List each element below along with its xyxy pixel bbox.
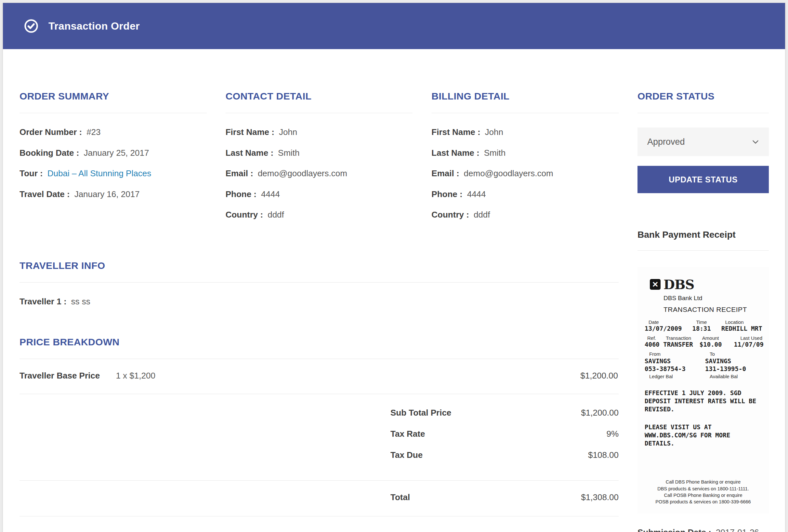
tax-due-row: Tax Due $108.00 bbox=[390, 450, 618, 460]
receipt-date-value: 13/07/2009 bbox=[645, 325, 682, 332]
bank-payment-receipt-heading: Bank Payment Receipt bbox=[637, 230, 769, 251]
billing-first-name-value: John bbox=[485, 127, 503, 137]
receipt-ledger-bal-label: Ledger Bal bbox=[645, 374, 703, 379]
price-breakdown-section: PRICE BREAKDOWN Traveller Base Price 1 x… bbox=[20, 337, 618, 516]
tax-rate-label: Tax Rate bbox=[390, 429, 425, 439]
receipt-date-label: Date bbox=[645, 319, 692, 325]
traveller-row: Traveller 1 :ss ss bbox=[20, 296, 618, 307]
update-status-button[interactable]: UPDATE STATUS bbox=[637, 166, 769, 193]
contact-last-name-row: Last Name :Smith bbox=[225, 147, 413, 158]
main-content: ORDER SUMMARY Order Number :#23 Booking … bbox=[20, 91, 618, 532]
receipt-location-label: Location bbox=[721, 319, 764, 325]
order-summary-heading: ORDER SUMMARY bbox=[20, 91, 207, 113]
contact-last-name-label: Last Name : bbox=[225, 148, 273, 158]
receipt-last-used-value: 11/07/09 bbox=[734, 341, 764, 348]
receipt-amount-label: Amount bbox=[700, 335, 733, 341]
order-number-label: Order Number : bbox=[20, 127, 82, 137]
billing-first-name-row: First Name :John bbox=[431, 127, 618, 138]
order-number-row: Order Number :#23 bbox=[20, 127, 207, 138]
receipt-to-label: To bbox=[705, 351, 764, 357]
contact-email-row: Email :demo@goodlayers.com bbox=[225, 168, 413, 179]
receipt-time-value: 18:31 bbox=[692, 325, 711, 332]
receipt-footer-line-4: POSB products & services on 1800-339-666… bbox=[643, 498, 764, 505]
tour-link[interactable]: Dubai – All Stunning Places bbox=[47, 169, 151, 178]
contact-country-row: Country :dddf bbox=[225, 210, 413, 220]
total-row: Total $1,308.00 bbox=[20, 480, 618, 516]
contact-country-value: dddf bbox=[268, 210, 284, 219]
traveller-info-section: TRAVELLER INFO Traveller 1 :ss ss bbox=[20, 260, 618, 307]
order-status-selected-value: Approved bbox=[647, 137, 685, 147]
receipt-from-label: From bbox=[645, 351, 703, 357]
billing-country-label: Country : bbox=[431, 210, 469, 219]
order-status-heading: ORDER STATUS bbox=[637, 91, 769, 113]
total-label: Total bbox=[390, 492, 410, 503]
tour-label: Tour : bbox=[20, 169, 43, 178]
tax-rate-value: 9% bbox=[606, 429, 618, 439]
order-summary-section: ORDER SUMMARY Order Number :#23 Booking … bbox=[20, 91, 207, 210]
billing-phone-label: Phone : bbox=[431, 189, 462, 199]
contact-phone-label: Phone : bbox=[225, 189, 256, 199]
base-price-amount: $1,200.00 bbox=[580, 371, 618, 381]
contact-country-label: Country : bbox=[225, 210, 263, 219]
receipt-to-account: SAVINGS bbox=[705, 357, 764, 364]
contact-detail-section: CONTACT DETAIL First Name :John Last Nam… bbox=[225, 91, 413, 230]
receipt-notice-1: EFFECTIVE 1 JULY 2009. SGD DEPOSIT INTER… bbox=[645, 389, 764, 413]
contact-phone-row: Phone :4444 bbox=[225, 189, 413, 200]
receipt-footer-line-1: Call DBS Phone Banking or enquire bbox=[643, 479, 764, 485]
receipt-ref-label: Ref. bbox=[645, 335, 663, 341]
receipt-footer-line-2: DBS products & services on 1800-111-1111… bbox=[643, 486, 764, 492]
contact-detail-heading: CONTACT DETAIL bbox=[225, 91, 413, 113]
submission-date-label: Submission Date : bbox=[637, 528, 711, 532]
contact-phone-value: 4444 bbox=[261, 189, 280, 199]
receipt-to-number: 131-13995-0 bbox=[705, 365, 764, 372]
billing-first-name-label: First Name : bbox=[431, 127, 480, 137]
order-status-select[interactable]: Approved bbox=[637, 127, 769, 156]
base-price-row: Traveller Base Price 1 x $1,200 $1,200.0… bbox=[20, 359, 618, 394]
contact-first-name-row: First Name :John bbox=[225, 127, 413, 138]
billing-detail-heading: BILLING DETAIL bbox=[431, 91, 618, 113]
tax-rate-row: Tax Rate 9% bbox=[390, 429, 618, 439]
receipt-last-used-label: Last Used bbox=[733, 335, 764, 341]
booking-date-value: January 25, 2017 bbox=[83, 148, 149, 158]
submission-date-row: Submission Date :2017-01-26 10:11:11 bbox=[637, 527, 769, 532]
contact-last-name-value: Smith bbox=[278, 148, 299, 158]
receipt-ref-value: 4060 bbox=[645, 341, 659, 348]
receipt-from-number: 053-38754-3 bbox=[645, 365, 703, 372]
traveller-value: ss ss bbox=[71, 297, 91, 306]
billing-phone-row: Phone :4444 bbox=[431, 189, 618, 200]
chevron-down-icon bbox=[751, 138, 760, 146]
price-breakdown-heading: PRICE BREAKDOWN bbox=[20, 337, 618, 359]
receipt-date-row: Date13/07/2009 Time18:31 LocationREDHILL… bbox=[643, 319, 764, 332]
traveller-info-heading: TRAVELLER INFO bbox=[20, 260, 618, 282]
receipt-location-value: REDHILL MRT bbox=[721, 325, 762, 332]
billing-email-label: Email : bbox=[431, 169, 459, 178]
billing-phone-value: 4444 bbox=[467, 189, 486, 199]
page-header: Transaction Order bbox=[3, 3, 785, 49]
receipt-ref-row: Ref.4060 TransactionTRANSFER Amount$10.0… bbox=[643, 335, 764, 348]
billing-email-value: demo@goodlayers.com bbox=[464, 169, 553, 178]
receipt-title: TRANSACTION RECEIPT bbox=[664, 306, 764, 314]
dbs-logo-icon: ✕ bbox=[650, 279, 661, 290]
bank-receipt-image[interactable]: ✕ DBS DBS Bank Ltd TRANSACTION RECEIPT D… bbox=[637, 267, 769, 514]
receipt-transaction-label: Transaction bbox=[663, 335, 700, 341]
billing-last-name-value: Smith bbox=[484, 148, 506, 158]
travel-date-label: Travel Date : bbox=[20, 189, 70, 199]
base-price-label: Traveller Base Price bbox=[20, 371, 100, 380]
travel-date-value: January 16, 2017 bbox=[75, 189, 140, 199]
traveller-label: Traveller 1 : bbox=[20, 297, 67, 306]
receipt-footer-line-3: Call POSB Phone Banking or enquire bbox=[643, 492, 764, 498]
billing-last-name-row: Last Name :Smith bbox=[431, 147, 618, 158]
sidebar: ORDER STATUS Approved UPDATE STATUS Bank… bbox=[637, 91, 769, 532]
booking-date-label: Booking Date : bbox=[20, 148, 79, 158]
tax-due-label: Tax Due bbox=[390, 450, 422, 460]
base-price-qty: 1 x $1,200 bbox=[116, 371, 155, 380]
billing-country-value: dddf bbox=[474, 210, 490, 219]
contact-first-name-value: John bbox=[279, 127, 297, 137]
page-title: Transaction Order bbox=[48, 20, 140, 32]
subtotal-label: Sub Total Price bbox=[390, 408, 451, 418]
billing-country-row: Country :dddf bbox=[431, 210, 618, 220]
receipt-transaction-value: TRANSFER bbox=[663, 341, 693, 348]
receipt-bank-sub: DBS Bank Ltd bbox=[664, 295, 764, 302]
transaction-order-page: Transaction Order ORDER SUMMARY Order Nu… bbox=[3, 3, 785, 532]
tax-due-value: $108.00 bbox=[588, 450, 618, 460]
